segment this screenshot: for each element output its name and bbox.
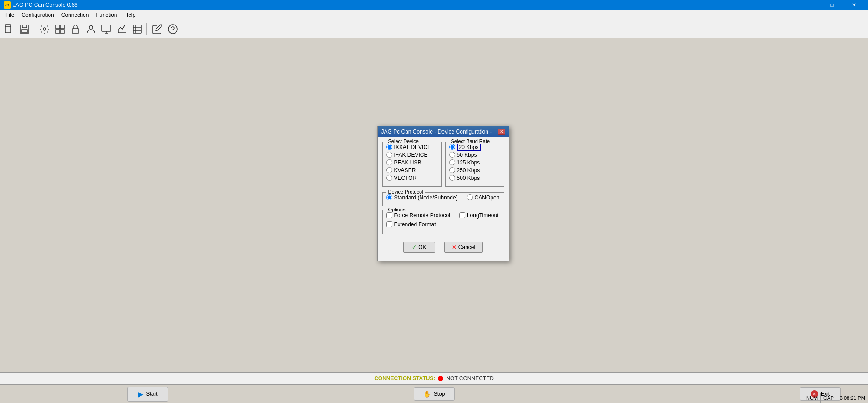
system-indicators: NUM CAP 3:08:21 PM [803, 393, 868, 403]
cancel-icon: ✕ [452, 244, 457, 250]
num-indicator: NUM [803, 393, 820, 403]
stop-label: Stop [434, 391, 445, 397]
svg-point-13 [168, 25, 177, 34]
toolbar-chart-button[interactable] [115, 22, 129, 36]
device-baud-row: Select Device IXXAT DEVICE IFAK DEVICE P… [382, 142, 504, 190]
time-indicator: 3:08:21 PM [837, 393, 868, 403]
ok-button[interactable]: ✓ OK [403, 242, 435, 253]
close-button[interactable]: ✕ [843, 0, 864, 10]
main-area: JAG Pc Can Console - Device Configuratio… [0, 38, 868, 385]
svg-rect-0 [5, 25, 11, 33]
toolbar-edit-button[interactable] [150, 22, 165, 36]
svg-rect-2 [22, 25, 27, 28]
app-icon: Z! [4, 1, 11, 9]
title-bar-controls: ─ □ ✕ [800, 0, 864, 10]
cancel-button[interactable]: ✕ Cancel [444, 242, 483, 253]
device-group: Select Device IXXAT DEVICE IFAK DEVICE P… [382, 142, 442, 187]
svg-point-4 [43, 28, 46, 30]
device-label-peak: PEAK USB [394, 159, 421, 166]
device-radio-ixxat[interactable]: IXXAT DEVICE [386, 144, 437, 150]
dialog-content: Select Device IXXAT DEVICE IFAK DEVICE P… [378, 137, 509, 261]
baud-group: Select Baud Rate 20 Kbps 50 Kbps [445, 142, 504, 187]
toolbar-table-button[interactable] [130, 22, 145, 36]
device-label-kvaser: KVASER [394, 167, 416, 174]
option-long-timeout[interactable]: LongTimeout [459, 212, 499, 219]
protocol-radio-canopen[interactable]: CANOpen [467, 194, 500, 201]
baud-radio-500[interactable]: 500 Kbps [449, 175, 500, 181]
toolbar-display-button[interactable] [99, 22, 114, 36]
connection-status-text: NOT CONNECTED [446, 375, 493, 382]
option-label-extended-format: Extended Format [394, 221, 436, 228]
stop-button[interactable]: ✋ Stop [414, 387, 455, 401]
baud-radio-50[interactable]: 50 Kbps [449, 152, 500, 158]
cancel-label: Cancel [458, 244, 475, 250]
toolbar-settings-button[interactable] [37, 22, 52, 36]
device-label-ifak: IFAK DEVICE [394, 152, 428, 158]
baud-label-500: 500 Kbps [457, 175, 480, 181]
menu-configuration[interactable]: Configuration [18, 10, 57, 20]
options-row-2: Extended Format [386, 221, 500, 230]
protocol-label-canopen: CANOpen [475, 194, 500, 201]
toolbar-lock-button[interactable] [68, 22, 83, 36]
ok-icon: ✓ [412, 244, 416, 250]
dialog-overlay: JAG Pc Can Console - Device Configuratio… [0, 38, 868, 385]
start-icon: ▶ [138, 390, 143, 398]
svg-rect-9 [72, 29, 79, 33]
connection-status-dot [438, 376, 443, 381]
protocol-group-label: Device Protocol [386, 189, 425, 194]
svg-rect-12 [133, 25, 141, 33]
menu-function[interactable]: Function [92, 10, 120, 20]
toolbar-grid-button[interactable] [53, 22, 67, 36]
device-radio-peak[interactable]: PEAK USB [386, 159, 437, 166]
start-label: Start [146, 391, 157, 397]
title-bar: Z! JAG PC Can Console 0.66 ─ □ ✕ [0, 0, 868, 10]
svg-rect-6 [60, 25, 64, 29]
baud-label-20: 20 Kbps [457, 144, 481, 150]
toolbar-save-button[interactable] [17, 22, 32, 36]
svg-rect-7 [56, 30, 60, 33]
menu-help[interactable]: Help [120, 10, 139, 20]
dialog-title: JAG Pc Can Console - Device Configuratio… [381, 129, 492, 135]
menu-file[interactable]: File [2, 10, 18, 20]
maximize-button[interactable]: □ [822, 0, 843, 10]
option-force-remote[interactable]: Force Remote Protocol [386, 212, 450, 219]
toolbar-help-button[interactable] [166, 22, 180, 36]
toolbar-separator-2 [146, 23, 148, 35]
baud-group-label: Select Baud Rate [449, 139, 492, 144]
option-label-force-remote: Force Remote Protocol [394, 212, 450, 219]
options-group: Options Force Remote Protocol LongTimeou… [382, 210, 504, 234]
device-group-label: Select Device [386, 139, 421, 144]
device-label-ixxat: IXXAT DEVICE [394, 144, 431, 150]
minimize-button[interactable]: ─ [800, 0, 821, 10]
svg-rect-8 [60, 30, 64, 33]
baud-radio-250[interactable]: 250 Kbps [449, 167, 500, 174]
option-extended-format[interactable]: Extended Format [386, 221, 436, 228]
device-label-vector: VECTOR [394, 175, 417, 181]
toolbar-separator-1 [34, 23, 35, 35]
device-radio-vector[interactable]: VECTOR [386, 175, 437, 181]
svg-point-10 [89, 25, 93, 29]
app-title: JAG PC Can Console 0.66 [13, 2, 800, 8]
toolbar-new-button[interactable] [2, 22, 16, 36]
protocol-radio-standard[interactable]: Standard (Node/Subnode) [386, 194, 458, 201]
device-config-dialog: JAG Pc Can Console - Device Configuratio… [377, 126, 509, 261]
menu-bar: File Configuration Connection Function H… [0, 10, 868, 20]
baud-radio-20[interactable]: 20 Kbps [449, 144, 500, 150]
dialog-buttons: ✓ OK ✕ Cancel [382, 238, 504, 256]
baud-label-250: 250 Kbps [457, 167, 480, 174]
device-radio-ifak[interactable]: IFAK DEVICE [386, 152, 437, 158]
svg-rect-5 [56, 25, 60, 29]
menu-connection[interactable]: Connection [58, 10, 93, 20]
baud-radio-125[interactable]: 125 Kbps [449, 159, 500, 166]
start-button[interactable]: ▶ Start [127, 387, 168, 402]
connection-status-bar: CONNECTION STATUS: NOT CONNECTED [0, 372, 868, 385]
toolbar-person-button[interactable] [84, 22, 98, 36]
options-group-label: Options [386, 207, 407, 212]
ok-label: OK [418, 244, 426, 250]
protocol-label-standard: Standard (Node/Subnode) [394, 194, 458, 201]
dialog-close-button[interactable]: ✕ [498, 129, 505, 135]
device-radio-kvaser[interactable]: KVASER [386, 167, 437, 174]
protocol-group: Device Protocol Standard (Node/Subnode) … [382, 192, 504, 206]
dialog-title-bar: JAG Pc Can Console - Device Configuratio… [378, 126, 509, 137]
connection-status-label: CONNECTION STATUS: [374, 375, 435, 382]
